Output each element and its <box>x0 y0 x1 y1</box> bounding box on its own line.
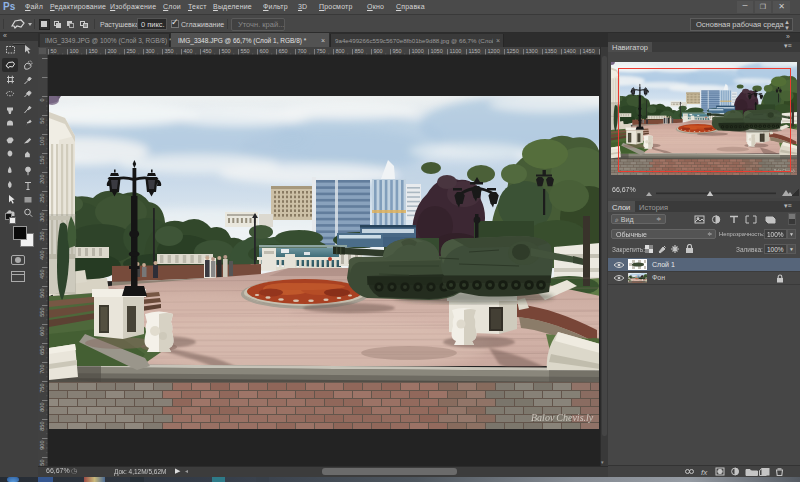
svg-text:250: 250 <box>39 194 45 203</box>
svg-text:450: 450 <box>39 270 45 279</box>
svg-text:750: 750 <box>39 384 45 393</box>
svg-text:650: 650 <box>279 48 288 54</box>
svg-text:250: 250 <box>127 48 136 54</box>
svg-text:1050: 1050 <box>431 48 443 54</box>
svg-text:900: 900 <box>374 48 383 54</box>
svg-text:300: 300 <box>146 48 155 54</box>
svg-text:800: 800 <box>39 403 45 412</box>
svg-text:850: 850 <box>39 422 45 431</box>
svg-text:600: 600 <box>260 48 269 54</box>
svg-text:550: 550 <box>39 308 45 317</box>
svg-text:1450: 1450 <box>583 48 595 54</box>
svg-text:50: 50 <box>51 48 57 54</box>
svg-text:0: 0 <box>39 99 45 102</box>
svg-text:550: 550 <box>241 48 250 54</box>
svg-text:350: 350 <box>39 232 45 241</box>
svg-text:150: 150 <box>39 156 45 165</box>
svg-text:50: 50 <box>39 118 45 124</box>
svg-text:200: 200 <box>108 48 117 54</box>
svg-text:200: 200 <box>39 175 45 184</box>
svg-text:100: 100 <box>70 48 79 54</box>
svg-text:1150: 1150 <box>469 48 481 54</box>
svg-text:1250: 1250 <box>507 48 519 54</box>
svg-text:1000: 1000 <box>412 48 424 54</box>
svg-text:850: 850 <box>355 48 364 54</box>
svg-text:1100: 1100 <box>450 48 462 54</box>
svg-text:700: 700 <box>298 48 307 54</box>
svg-text:150: 150 <box>89 48 98 54</box>
svg-text:1300: 1300 <box>526 48 538 54</box>
svg-text:300: 300 <box>39 213 45 222</box>
svg-text:600: 600 <box>39 327 45 336</box>
svg-text:750: 750 <box>317 48 326 54</box>
svg-text:900: 900 <box>39 441 45 450</box>
svg-text:500: 500 <box>222 48 231 54</box>
svg-text:1200: 1200 <box>488 48 500 54</box>
svg-text:650: 650 <box>39 346 45 355</box>
svg-text:950: 950 <box>393 48 402 54</box>
svg-text:400: 400 <box>184 48 193 54</box>
svg-text:350: 350 <box>165 48 174 54</box>
svg-text:500: 500 <box>39 289 45 298</box>
svg-text:450: 450 <box>203 48 212 54</box>
svg-text:fx: fx <box>701 468 708 477</box>
svg-text:1350: 1350 <box>545 48 557 54</box>
svg-text:700: 700 <box>39 365 45 374</box>
svg-text:100: 100 <box>39 137 45 146</box>
svg-text:1400: 1400 <box>564 48 576 54</box>
svg-text:800: 800 <box>336 48 345 54</box>
svg-text:400: 400 <box>39 251 45 260</box>
